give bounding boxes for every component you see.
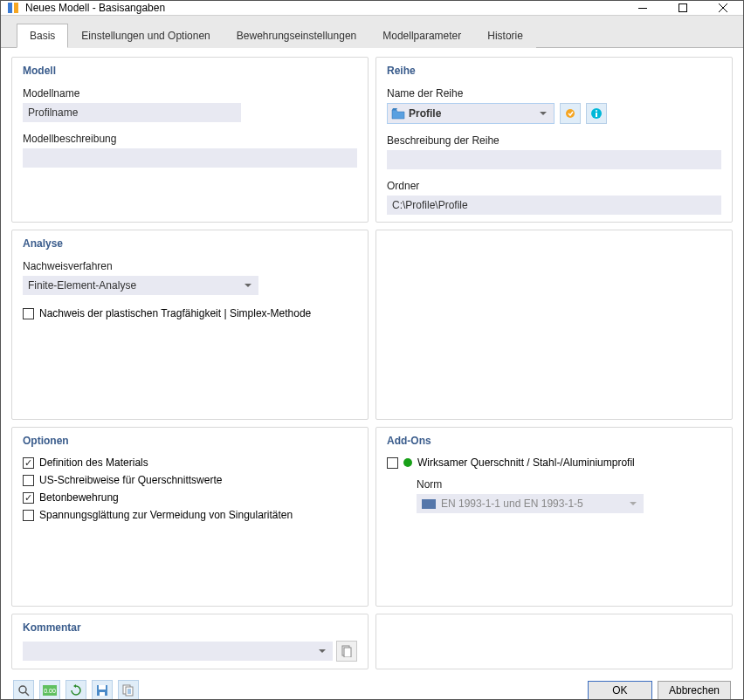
maximize-button[interactable] bbox=[663, 1, 703, 15]
svg-rect-1 bbox=[14, 3, 18, 13]
group-title-optionen: Optionen bbox=[23, 435, 357, 447]
svg-rect-2 bbox=[638, 8, 647, 9]
titlebar: Neues Modell - Basisangaben bbox=[1, 1, 743, 16]
window-title: Neues Modell - Basisangaben bbox=[25, 2, 623, 14]
edit-icon bbox=[564, 107, 576, 120]
group-empty-right bbox=[375, 230, 733, 420]
svg-rect-6 bbox=[596, 113, 597, 117]
reihe-desc-input[interactable] bbox=[387, 150, 721, 169]
reihe-folder-label: Ordner bbox=[387, 180, 721, 192]
tool-units-button[interactable]: 0.00 bbox=[39, 680, 60, 700]
addon-norm-label: Norm bbox=[417, 478, 721, 491]
info-icon bbox=[590, 107, 603, 120]
tab-settings[interactable]: Einstellungen und Optionen bbox=[68, 24, 223, 48]
modell-desc-label: Modellbeschreibung bbox=[23, 133, 357, 145]
reihe-name-label: Name der Reihe bbox=[387, 87, 721, 100]
group-analyse: Analyse Nachweisverfahren Finite-Element… bbox=[11, 230, 369, 420]
refresh-icon bbox=[70, 684, 82, 697]
reihe-select[interactable]: Profile bbox=[387, 103, 555, 124]
window-controls bbox=[623, 1, 743, 15]
reihe-edit-button[interactable] bbox=[560, 103, 581, 124]
folder-icon bbox=[391, 107, 405, 120]
addon-status-icon bbox=[403, 458, 412, 467]
svg-rect-3 bbox=[679, 4, 687, 12]
group-title-kommentar: Kommentar bbox=[23, 621, 357, 634]
units-icon: 0.00 bbox=[43, 685, 57, 696]
addon-norm-value: EN 1993-1-1 und EN 1993-1-5 bbox=[441, 498, 583, 510]
opt-material-checkbox[interactable] bbox=[23, 457, 34, 469]
group-title-addons: Add-Ons bbox=[387, 435, 721, 447]
ok-button[interactable]: OK bbox=[588, 681, 652, 700]
addon-norm-select[interactable]: EN 1993-1-1 und EN 1993-1-5 bbox=[417, 494, 644, 513]
svg-point-10 bbox=[19, 686, 26, 693]
analyse-plastic-checkbox[interactable] bbox=[23, 308, 34, 319]
cancel-button[interactable]: Abbrechen bbox=[658, 681, 731, 700]
group-title-modell: Modell bbox=[23, 65, 357, 77]
kommentar-pick-button[interactable] bbox=[336, 641, 357, 662]
content-area: Modell Modellname Modellbeschreibung Rei… bbox=[1, 48, 743, 675]
analyse-method-label: Nachweisverfahren bbox=[23, 260, 357, 272]
app-icon bbox=[6, 1, 20, 15]
group-kommentar: Kommentar bbox=[11, 614, 369, 669]
opt-stress-checkbox[interactable] bbox=[23, 510, 34, 521]
group-reihe: Reihe Name der Reihe Profile bbox=[375, 57, 733, 223]
svg-text:0.00: 0.00 bbox=[44, 688, 56, 694]
modell-name-label: Modellname bbox=[23, 87, 357, 100]
svg-point-4 bbox=[566, 109, 575, 118]
group-optionen: Optionen Definition des Materials US-Sch… bbox=[11, 427, 369, 607]
modell-name-input[interactable] bbox=[23, 103, 241, 122]
kommentar-input[interactable] bbox=[23, 642, 333, 661]
analyse-method-select[interactable]: Finite-Element-Analyse bbox=[23, 276, 258, 295]
svg-rect-0 bbox=[8, 3, 12, 13]
group-title-reihe: Reihe bbox=[387, 65, 721, 77]
footer-bar: 0.00 OK Abbrechen bbox=[1, 675, 743, 700]
addon-eff-checkbox[interactable] bbox=[387, 457, 398, 469]
addon-eff-label: Wirksamer Querschnitt / Stahl-/Aluminium… bbox=[417, 456, 635, 469]
opt-stress-label: Spannungsglättung zur Vermeidung von Sin… bbox=[39, 509, 293, 521]
tool-help-button[interactable] bbox=[13, 680, 34, 700]
tab-bar: Basis Einstellungen und Optionen Bewehru… bbox=[1, 16, 743, 48]
svg-line-11 bbox=[25, 692, 29, 696]
opt-us-checkbox[interactable] bbox=[23, 475, 34, 486]
tab-reinforcement[interactable]: Bewehrungseinstellungen bbox=[224, 24, 369, 48]
modell-desc-input[interactable] bbox=[23, 148, 357, 168]
svg-rect-9 bbox=[344, 648, 351, 657]
opt-material-label: Definition des Materials bbox=[39, 456, 148, 469]
close-button[interactable] bbox=[703, 1, 743, 15]
group-modell: Modell Modellname Modellbeschreibung bbox=[11, 57, 369, 223]
reihe-select-value: Profile bbox=[409, 107, 441, 120]
tab-modelparams[interactable]: Modellparameter bbox=[369, 24, 474, 48]
svg-rect-16 bbox=[100, 692, 105, 696]
analyse-method-value: Finite-Element-Analyse bbox=[28, 279, 136, 292]
opt-us-label: US-Schreibweise für Querschnittswerte bbox=[39, 474, 222, 486]
eu-flag-icon bbox=[422, 499, 436, 509]
group-title-analyse: Analyse bbox=[23, 237, 357, 250]
tool-refresh-button[interactable] bbox=[65, 680, 86, 700]
document-icon bbox=[341, 645, 352, 657]
copy-icon bbox=[122, 684, 134, 697]
tab-history[interactable]: Historie bbox=[474, 24, 536, 48]
group-empty-bottom-right bbox=[375, 614, 733, 669]
save-icon bbox=[96, 684, 108, 697]
tab-basis[interactable]: Basis bbox=[17, 24, 68, 48]
svg-point-7 bbox=[596, 110, 597, 112]
group-addons: Add-Ons Wirksamer Querschnitt / Stahl-/A… bbox=[375, 427, 733, 607]
tool-save-button[interactable] bbox=[92, 680, 113, 700]
opt-reinforce-label: Betonbewehrung bbox=[39, 491, 119, 504]
reihe-desc-label: Beschreibung der Reihe bbox=[387, 134, 721, 147]
reihe-folder-value: C:\Profile\Profile bbox=[387, 196, 721, 215]
analyse-plastic-label: Nachweis der plastischen Tragfähigkeit |… bbox=[39, 307, 311, 319]
svg-rect-15 bbox=[99, 685, 106, 690]
tool-copy-button[interactable] bbox=[118, 680, 139, 700]
minimize-button[interactable] bbox=[623, 1, 663, 15]
opt-reinforce-checkbox[interactable] bbox=[23, 492, 34, 504]
magnifier-icon bbox=[17, 684, 30, 697]
reihe-info-button[interactable] bbox=[586, 103, 607, 124]
